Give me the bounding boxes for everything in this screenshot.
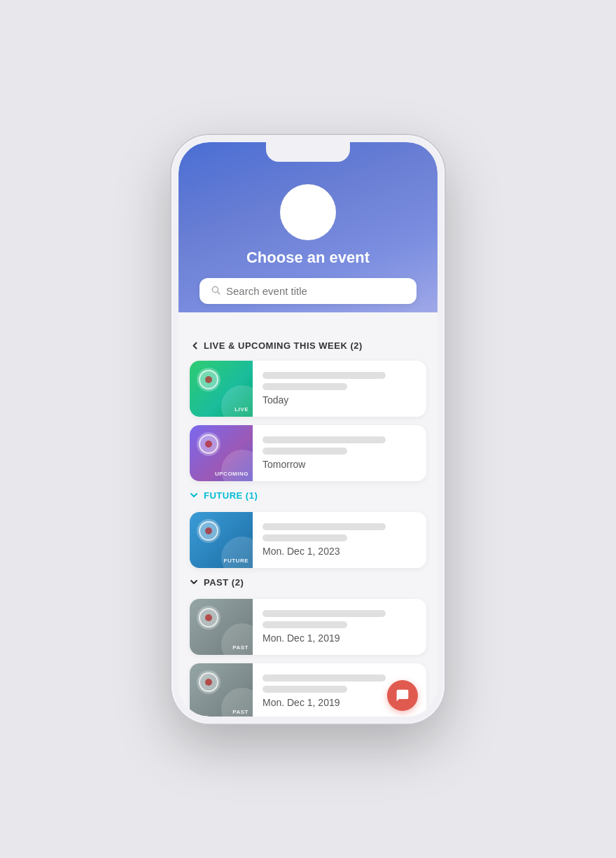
- seal-past-2: [197, 670, 220, 694]
- event-card-future[interactable]: FUTURE Mon. Dec 1, 2023: [190, 512, 426, 568]
- phone-mockup: Choose an event: [161, 128, 455, 731]
- event-subtitle-skeleton: [262, 448, 347, 455]
- event-date-past-1: Mon. Dec 1, 2019: [262, 632, 416, 644]
- last-card-wrapper: PAST Mon. Dec 1, 2019: [190, 663, 426, 717]
- event-info-live: Today: [253, 364, 426, 414]
- section-future-header: FUTURE (1): [190, 490, 426, 502]
- event-card-past-1[interactable]: PAST Mon. Dec 1, 2019: [190, 599, 426, 655]
- section-past-header: PAST (2): [190, 576, 426, 589]
- phone-frame: Choose an event: [172, 135, 444, 724]
- status-badge-future: FUTURE: [224, 558, 248, 564]
- phone-screen: Choose an event: [178, 142, 438, 717]
- search-input[interactable]: [226, 285, 405, 297]
- status-badge-past-2: PAST: [232, 709, 248, 715]
- event-subtitle-skeleton: [262, 686, 347, 693]
- event-subtitle-skeleton: [262, 534, 347, 541]
- status-badge-upcoming: UPCOMING: [215, 471, 248, 477]
- status-badge-past-1: PAST: [232, 644, 248, 651]
- event-thumbnail-live: LIVE: [190, 361, 253, 417]
- search-bar[interactable]: [200, 278, 416, 304]
- event-date-upcoming: Tomorrow: [262, 459, 416, 470]
- screen-content[interactable]: Choose an event: [178, 142, 438, 717]
- section-title-live-upcoming: LIVE & UPCOMING THIS WEEK (2): [204, 340, 363, 351]
- event-subtitle-skeleton: [262, 621, 347, 628]
- header: Choose an event: [178, 142, 438, 312]
- event-info-upcoming: Tomorrow: [253, 428, 426, 478]
- search-icon: [211, 285, 220, 297]
- event-thumbnail-upcoming: UPCOMING: [190, 425, 253, 481]
- event-card-upcoming[interactable]: UPCOMING Tomorrow: [190, 425, 426, 481]
- chevron-past-icon: [190, 576, 198, 589]
- event-title-skeleton: [262, 436, 386, 443]
- event-date-future: Mon. Dec 1, 2023: [262, 546, 416, 557]
- chevron-future-icon: [190, 490, 198, 502]
- event-date-live: Today: [262, 394, 416, 406]
- event-info-future: Mon. Dec 1, 2023: [253, 515, 426, 565]
- event-card-live[interactable]: LIVE Today: [190, 361, 426, 417]
- event-thumbnail-past-1: PAST: [190, 599, 253, 655]
- section-title-future: FUTURE (1): [204, 490, 258, 501]
- page-title: Choose an event: [246, 249, 370, 267]
- event-thumbnail-future: FUTURE: [190, 512, 253, 568]
- event-title-skeleton: [262, 372, 386, 379]
- seal-past-1: [197, 606, 220, 630]
- seal-future: [197, 519, 220, 543]
- event-title-skeleton: [262, 674, 386, 681]
- avatar: [280, 184, 336, 240]
- chevron-live-upcoming-icon: [189, 341, 200, 350]
- notch: [266, 142, 350, 162]
- event-info-past-1: Mon. Dec 1, 2019: [253, 602, 426, 652]
- main-content: LIVE & UPCOMING THIS WEEK (2) LIVE: [178, 312, 438, 717]
- section-title-past: PAST (2): [204, 577, 244, 588]
- event-thumbnail-past-2: PAST: [190, 663, 253, 717]
- event-subtitle-skeleton: [262, 383, 347, 390]
- seal-upcoming: [197, 432, 220, 456]
- svg-line-1: [218, 291, 220, 293]
- chat-fab-button[interactable]: [387, 680, 418, 711]
- seal-live: [197, 368, 220, 392]
- chat-icon: [396, 689, 410, 703]
- event-title-skeleton: [262, 610, 386, 617]
- event-title-skeleton: [262, 523, 386, 530]
- status-badge-live: LIVE: [234, 406, 248, 413]
- section-live-upcoming-header: LIVE & UPCOMING THIS WEEK (2): [190, 340, 426, 351]
